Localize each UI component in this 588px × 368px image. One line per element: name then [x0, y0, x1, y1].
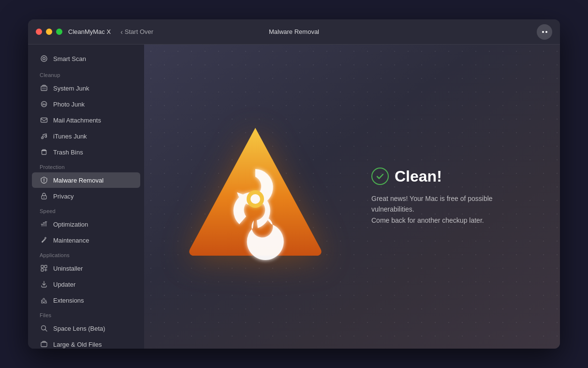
svg-point-0 [41, 56, 47, 61]
optimization-icon [40, 220, 48, 229]
sidebar-item-space-lens[interactable]: Space Lens (Beta) [32, 321, 140, 336]
sidebar-item-malware-removal[interactable]: Malware Removal [32, 172, 140, 188]
titlebar-right [537, 24, 552, 40]
traffic-lights [36, 29, 62, 35]
space-lens-icon [40, 324, 48, 333]
svg-point-29 [250, 194, 260, 204]
mail-attachments-label: Mail Attachments [53, 117, 101, 124]
app-title: CleanMyMac X [68, 28, 111, 35]
sidebar-item-photo-junk[interactable]: Photo Junk [32, 96, 140, 112]
svg-point-9 [45, 136, 47, 138]
svg-point-1 [43, 58, 45, 60]
biohazard-illustration [178, 119, 333, 274]
updater-icon [40, 280, 48, 289]
chevron-left-icon: ‹ [120, 28, 123, 36]
svg-rect-7 [41, 118, 47, 123]
space-lens-label: Space Lens (Beta) [53, 325, 105, 332]
result-description-line1: Great news! Your Mac is free of possible… [371, 195, 493, 213]
sidebar-item-system-junk[interactable]: System Junk [32, 80, 140, 96]
svg-point-8 [42, 137, 44, 139]
uninstaller-icon [40, 264, 48, 273]
system-junk-label: System Junk [53, 85, 89, 92]
section-label-cleanup: Cleanup [28, 68, 144, 80]
malware-removal-icon [40, 176, 48, 184]
photo-junk-icon [40, 100, 48, 108]
privacy-icon [40, 192, 48, 200]
svg-point-12 [44, 197, 44, 198]
minimize-button[interactable] [46, 29, 52, 35]
close-button[interactable] [36, 29, 42, 35]
svg-point-5 [42, 102, 47, 107]
sidebar-item-privacy[interactable]: Privacy [32, 188, 140, 204]
maintenance-label: Maintenance [53, 237, 89, 244]
result-description: Great news! Your Mac is free of possible… [371, 193, 526, 226]
maintenance-icon [40, 236, 48, 245]
sidebar: Smart Scan Cleanup System Junk [28, 45, 144, 349]
sidebar-item-uninstaller[interactable]: Uninstaller [32, 261, 140, 276]
extensions-icon [40, 296, 48, 305]
svg-rect-2 [41, 86, 47, 91]
sidebar-item-large-old-files[interactable]: Large & Old Files [32, 337, 140, 349]
sidebar-item-mail-attachments[interactable]: Mail Attachments [32, 112, 140, 128]
titlebar-title: Malware Removal [269, 28, 319, 35]
svg-line-24 [45, 330, 47, 332]
biohazard-svg [178, 119, 333, 274]
extensions-label: Extensions [53, 297, 84, 304]
sidebar-item-optimization[interactable]: Optimization [32, 216, 140, 232]
large-files-icon [40, 340, 48, 349]
system-junk-icon [40, 84, 48, 92]
sidebar-item-extensions[interactable]: Extensions [32, 292, 140, 308]
mail-icon [40, 116, 48, 124]
nav-back-label: Start Over [125, 28, 153, 35]
section-label-protection: Protection [28, 160, 144, 172]
svg-rect-25 [41, 342, 47, 347]
result-info: Clean! Great news! Your Mac is free of p… [371, 168, 526, 226]
smart-scan-icon [40, 54, 48, 63]
sidebar-item-maintenance[interactable]: Maintenance [32, 232, 140, 248]
app-window: CleanMyMac X ‹ Start Over Malware Remova… [28, 19, 560, 349]
nav-back-button[interactable]: ‹ Start Over [120, 28, 153, 36]
section-label-files: Files [28, 308, 144, 320]
large-old-files-label: Large & Old Files [53, 341, 102, 348]
trash-bins-label: Trash Bins [53, 149, 83, 156]
main-content: Clean! Great news! Your Mac is free of p… [144, 45, 560, 349]
sidebar-item-updater[interactable]: Updater [32, 276, 140, 292]
photo-junk-label: Photo Junk [53, 101, 85, 108]
svg-rect-20 [41, 265, 44, 268]
content-area: Smart Scan Cleanup System Junk [28, 45, 560, 349]
smart-scan-label: Smart Scan [53, 55, 86, 62]
menu-dots-button[interactable] [537, 24, 552, 40]
itunes-junk-label: iTunes Junk [53, 133, 87, 140]
checkmark-svg [375, 171, 385, 181]
dot-1 [542, 31, 544, 33]
svg-rect-22 [41, 269, 44, 271]
privacy-label: Privacy [53, 193, 74, 200]
sidebar-item-trash-bins[interactable]: Trash Bins [32, 144, 140, 160]
updater-label: Updater [53, 281, 75, 288]
result-title: Clean! [371, 168, 526, 185]
section-label-applications: Applications [28, 248, 144, 260]
svg-rect-21 [44, 265, 47, 268]
dot-2 [545, 31, 547, 33]
maximize-button[interactable] [56, 29, 62, 35]
titlebar: CleanMyMac X ‹ Start Over Malware Remova… [28, 19, 560, 45]
trash-bins-icon [40, 148, 48, 156]
svg-rect-10 [42, 151, 46, 154]
svg-point-6 [43, 103, 44, 104]
sidebar-item-smart-scan[interactable]: Smart Scan [32, 51, 140, 66]
uninstaller-label: Uninstaller [53, 265, 83, 272]
check-icon [371, 168, 389, 185]
result-heading: Clean! [395, 168, 442, 185]
optimization-label: Optimization [53, 221, 88, 228]
sidebar-item-itunes-junk[interactable]: iTunes Junk [32, 128, 140, 144]
malware-removal-label: Malware Removal [53, 177, 103, 184]
itunes-icon [40, 132, 48, 140]
main-inner: Clean! Great news! Your Mac is free of p… [178, 119, 526, 274]
section-label-speed: Speed [28, 204, 144, 216]
result-description-line2: Come back for another checkup later. [371, 216, 484, 224]
